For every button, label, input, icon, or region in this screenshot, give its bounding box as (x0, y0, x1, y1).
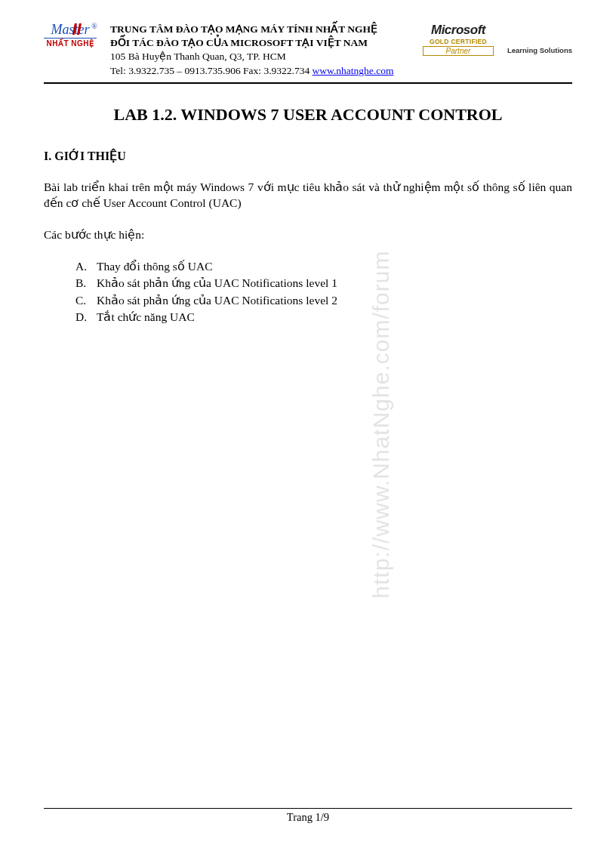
steps-list: A. Thay đổi thông số UAC B. Khảo sát phả… (44, 258, 572, 326)
company-logo: Master II ® NHẤT NGHỆ (44, 23, 97, 48)
logo-divider (44, 38, 97, 39)
step-text: Tắt chức năng UAC (97, 309, 195, 325)
step-marker: B. (75, 275, 97, 291)
website-link[interactable]: www.nhatnghe.com (313, 65, 394, 76)
lab-title: LAB 1.2. WINDOWS 7 USER ACCOUNT CONTROL (44, 105, 572, 125)
gold-certified-text: GOLD CERTIFIED (423, 38, 494, 45)
step-item: C. Khảo sát phản ứng của UAC Notificatio… (75, 292, 572, 309)
registered-icon: ® (91, 23, 97, 30)
step-item: A. Thay đổi thông số UAC (75, 258, 572, 275)
footer-divider (44, 808, 572, 809)
step-text: Khảo sát phản ứng của UAC Notifications … (97, 275, 337, 291)
org-title-1: TRUNG TÂM ĐÀO TẠO MẠNG MÁY TÍNH NHẤT NGH… (110, 23, 409, 36)
step-item: D. Tắt chức năng UAC (75, 309, 572, 325)
intro-paragraph: Bài lab triển khai trên một máy Windows … (44, 180, 572, 211)
page: Master II ® NHẤT NGHỆ TRUNG TÂM ĐÀO TẠO … (0, 0, 616, 848)
logo-top-text: Master II ® (51, 23, 90, 36)
learning-solutions-text: Learning Solutions (507, 46, 572, 54)
org-address: 105 Bà Huyện Thanh Quan, Q3, TP. HCM (110, 50, 409, 63)
page-number: Trang 1/9 (0, 811, 616, 824)
logo-company-name: NHẤT NGHỆ (44, 40, 97, 48)
section-heading: I. GIỚI THIỆU (44, 149, 572, 163)
step-marker: C. (75, 292, 97, 309)
step-text: Khảo sát phản ứng của UAC Notifications … (97, 292, 337, 309)
partner-text: Partner (423, 46, 494, 56)
steps-label: Các bước thực hiện: (44, 228, 572, 242)
microsoft-logo-text: Microsoft (423, 23, 494, 38)
step-item: B. Khảo sát phản ứng của UAC Notificatio… (75, 275, 572, 291)
step-marker: A. (75, 258, 97, 275)
microsoft-partner-badge: Microsoft GOLD CERTIFIED Partner (423, 23, 494, 56)
logo-roman-numeral: II (72, 21, 82, 38)
org-title-2: ĐỐI TÁC ĐÀO TẠO CỦA MICROSOFT TẠI VIỆT N… (110, 36, 409, 50)
page-header: Master II ® NHẤT NGHỆ TRUNG TÂM ĐÀO TẠO … (44, 23, 572, 84)
org-contact: Tel: 3.9322.735 – 0913.735.906 Fax: 3.93… (110, 64, 409, 78)
step-text: Thay đổi thông số UAC (97, 258, 212, 275)
step-marker: D. (75, 309, 97, 325)
organization-info: TRUNG TÂM ĐÀO TẠO MẠNG MÁY TÍNH NHẤT NGH… (110, 23, 409, 78)
